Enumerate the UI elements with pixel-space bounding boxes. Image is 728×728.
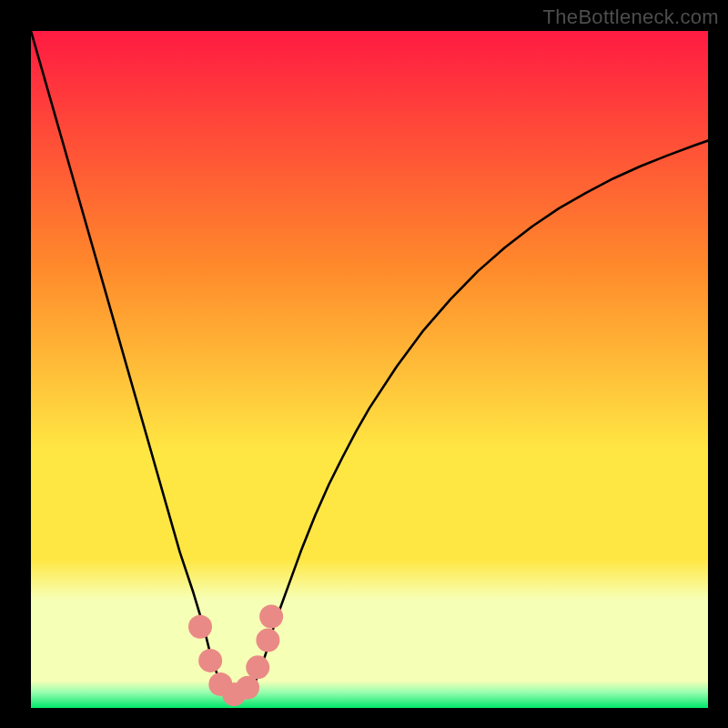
valley-node-4 [236,676,259,700]
chart-plot-area [31,31,708,708]
valley-node-1 [198,649,222,672]
gradient-background [31,31,708,708]
valley-node-5 [246,655,269,679]
green-band [31,681,708,708]
valley-node-7 [259,605,283,629]
valley-node-6 [256,629,279,652]
chart-svg [31,31,708,708]
credit-text: TheBottleneck.com [543,5,719,29]
valley-node-0 [188,615,212,639]
chart-stage: TheBottleneck.com [0,0,728,728]
